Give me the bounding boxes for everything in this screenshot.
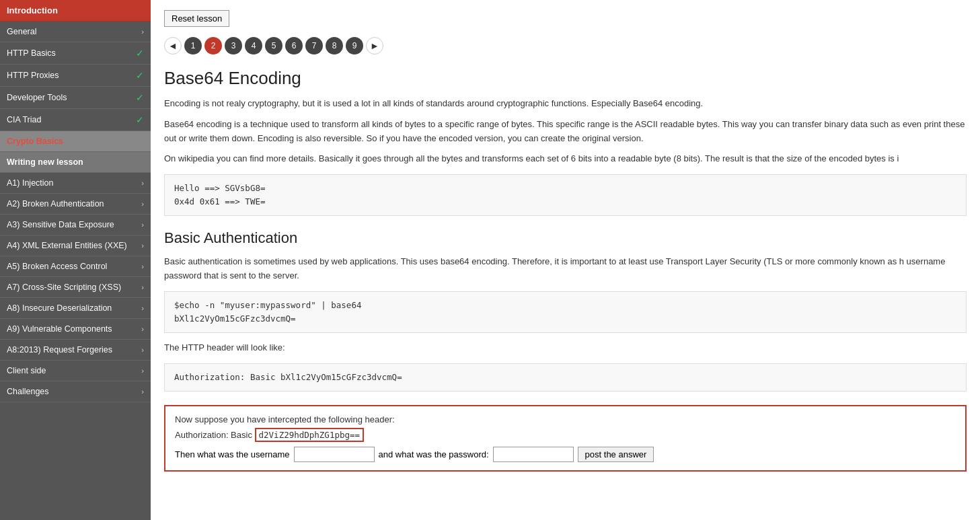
challenge-auth-header: Authorization: Basic d2ViZ29hdDphZG1pbg=… [175, 430, 956, 440]
sidebar-item-label: A1) Injection [7, 178, 53, 188]
sidebar-item-label: A3) Sensitive Data Exposure [7, 220, 114, 229]
challenge-box: Now suppose you have intercepted the fol… [164, 405, 967, 472]
chevron-right-icon: › [141, 346, 144, 354]
chevron-right-icon: › [141, 221, 144, 229]
check-icon: ✓ [136, 92, 144, 103]
sidebar-item-label: Developer Tools [7, 93, 67, 102]
challenge-auth-prefix: Authorization: Basic [175, 430, 252, 440]
sidebar-item-label: A8) Insecure Deserialization [7, 303, 112, 313]
sidebar-item-label: Client side [7, 366, 46, 375]
prev-page-button[interactable]: ◄ [164, 37, 182, 54]
sidebar-item-a9-vulnerable-components[interactable]: A9) Vulnerable Components › [0, 319, 151, 340]
reset-lesson-button[interactable]: Reset lesson [164, 10, 229, 27]
chevron-right-icon: › [141, 325, 144, 333]
sidebar: Introduction General › HTTP Basics ✓ HTT… [0, 0, 151, 520]
sidebar-item-a1-injection[interactable]: A1) Injection › [0, 173, 151, 194]
page-5-button[interactable]: 5 [265, 37, 282, 54]
base64-para3: On wikipedia you can find more details. … [164, 152, 967, 166]
sidebar-item-label: Crypto Basics [7, 137, 63, 146]
sidebar-item-label: HTTP Basics [7, 48, 56, 58]
base64-code-example: Hello ==> SGVsbG8= 0x4d 0x61 ==> TWE= [164, 174, 967, 216]
sidebar-item-a2-broken-auth[interactable]: A2) Broken Authentication › [0, 194, 151, 215]
chevron-right-icon: › [141, 179, 144, 187]
check-icon: ✓ [136, 114, 144, 125]
base64-para1: Encoding is not realy cryptography, but … [164, 97, 967, 111]
sidebar-item-developer-tools[interactable]: Developer Tools ✓ [0, 87, 151, 109]
base64-para2: Base64 encoding is a technique used to t… [164, 118, 967, 146]
code-line-2: 0x4d 0x61 ==> TWE= [174, 195, 956, 209]
basic-auth-para1: Basic authentication is sometimes used b… [164, 255, 967, 283]
chevron-right-icon: › [141, 262, 144, 270]
sidebar-item-general[interactable]: General › [0, 22, 151, 42]
sidebar-item-label: Writing new lesson [7, 157, 83, 167]
basic-auth-section-title: Basic Authentication [164, 229, 967, 247]
chevron-right-icon: › [141, 367, 144, 375]
chevron-right-icon: › [141, 304, 144, 312]
code-line-5: Authorization: Basic bXl1c2VyOm15cGFzc3d… [174, 371, 956, 384]
sidebar-item-http-proxies[interactable]: HTTP Proxies ✓ [0, 65, 151, 87]
sidebar-item-cia-triad[interactable]: CIA Triad ✓ [0, 109, 151, 131]
page-9-button[interactable]: 9 [346, 37, 363, 54]
code-line-3: $echo -n "myuser:mypassword" | base64 [174, 299, 956, 312]
sidebar-item-writing-new-lesson[interactable]: Writing new lesson [0, 152, 151, 173]
main-content: Reset lesson ◄ 1 2 3 4 5 6 7 8 9 ► Base6… [151, 0, 980, 520]
post-answer-button[interactable]: post the answer [578, 447, 654, 462]
sidebar-item-client-side[interactable]: Client side › [0, 361, 151, 381]
sidebar-item-label: A5) Broken Access Control [7, 262, 107, 271]
sidebar-item-a5-broken-access[interactable]: A5) Broken Access Control › [0, 256, 151, 277]
sidebar-item-label: Challenges [7, 387, 49, 396]
page-6-button[interactable]: 6 [285, 37, 303, 54]
check-icon: ✓ [136, 70, 144, 81]
page-4-button[interactable]: 4 [245, 37, 262, 54]
sidebar-item-label: A2) Broken Authentication [7, 199, 104, 209]
username-input[interactable] [294, 447, 375, 462]
page-3-button[interactable]: 3 [225, 37, 242, 54]
chevron-right-icon: › [141, 387, 144, 396]
sidebar-header: Introduction [0, 0, 151, 22]
code-line-4: bXl1c2VyOm15cGFzc3dvcmQ= [174, 312, 956, 326]
challenge-token: d2ViZ29hdDphZG1pbg== [255, 428, 365, 442]
code-line-1: Hello ==> SGVsbG8= [174, 182, 956, 195]
sidebar-item-a8-2013-request-forgeries[interactable]: A8:2013) Request Forgeries › [0, 340, 151, 361]
sidebar-item-a4-xml-entities[interactable]: A4) XML External Entities (XXE) › [0, 235, 151, 256]
chevron-right-icon: › [141, 200, 144, 208]
next-page-button[interactable]: ► [366, 37, 383, 54]
sidebar-item-label: HTTP Proxies [7, 71, 59, 80]
base64-section-title: Base64 Encoding [164, 68, 967, 89]
sidebar-item-a7-xss[interactable]: A7) Cross-Site Scripting (XSS) › [0, 277, 151, 298]
sidebar-item-label: A9) Vulnerable Components [7, 324, 112, 334]
chevron-right-icon: › [141, 28, 144, 36]
sidebar-item-label: CIA Triad [7, 115, 41, 124]
question-mid-label: and what was the password: [379, 449, 489, 459]
sidebar-item-label: A8:2013) Request Forgeries [7, 345, 112, 355]
page-7-button[interactable]: 7 [305, 37, 323, 54]
sidebar-item-crypto-basics[interactable]: Crypto Basics [0, 131, 151, 152]
sidebar-item-label: A7) Cross-Site Scripting (XSS) [7, 283, 121, 292]
sidebar-item-a8-insecure-deserialization[interactable]: A8) Insecure Deserialization › [0, 298, 151, 319]
sidebar-item-a3-sensitive-data[interactable]: A3) Sensitive Data Exposure › [0, 215, 151, 235]
basic-auth-code-example: $echo -n "myuser:mypassword" | base64 bX… [164, 291, 967, 333]
http-header-para: The HTTP header will look like: [164, 341, 967, 355]
sidebar-item-http-basics[interactable]: HTTP Basics ✓ [0, 42, 151, 65]
chevron-right-icon: › [141, 242, 144, 250]
sidebar-item-challenges[interactable]: Challenges › [0, 381, 151, 402]
sidebar-item-label: General [7, 27, 36, 36]
sidebar-item-label: A4) XML External Entities (XXE) [7, 241, 127, 250]
page-2-button[interactable]: 2 [204, 37, 222, 54]
page-8-button[interactable]: 8 [326, 37, 343, 54]
authorization-header-example: Authorization: Basic bXl1c2VyOm15cGFzc3d… [164, 363, 967, 392]
question-prefix-label: Then what was the username [175, 449, 290, 459]
chevron-right-icon: › [141, 283, 144, 291]
password-input[interactable] [493, 447, 574, 462]
check-icon: ✓ [136, 48, 144, 59]
challenge-text1: Now suppose you have intercepted the fol… [175, 414, 956, 424]
pagination: ◄ 1 2 3 4 5 6 7 8 9 ► [164, 37, 967, 54]
answer-row: Then what was the username and what was … [175, 447, 956, 462]
page-1-button[interactable]: 1 [184, 37, 202, 54]
